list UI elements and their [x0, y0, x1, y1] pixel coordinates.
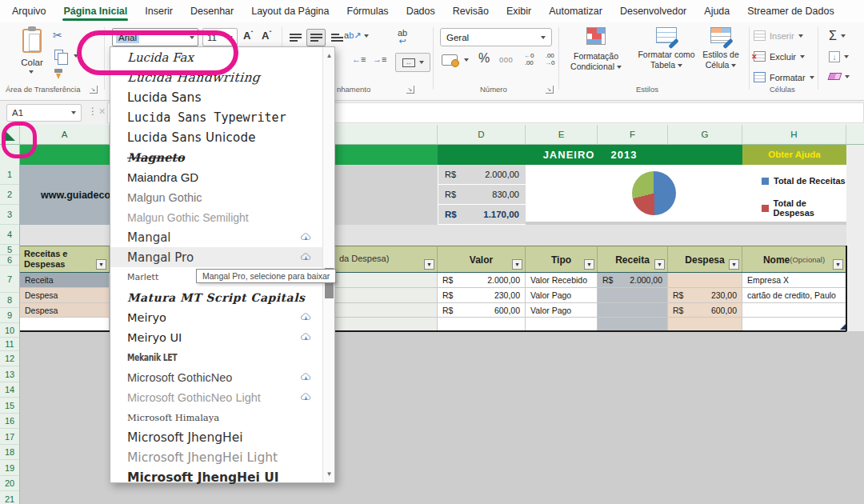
filter-button[interactable]: ▼ — [512, 259, 522, 270]
cell-nome-r11[interactable] — [742, 318, 846, 331]
cell-tipo-r8[interactable]: Valor Recebido — [526, 273, 598, 288]
format-cells-button[interactable]: Formatar — [754, 72, 814, 82]
tab-streamer-de-dados[interactable]: Streamer de Dados — [740, 2, 841, 21]
number-format-chevron-icon[interactable] — [541, 36, 546, 39]
row-header[interactable]: 6 — [0, 255, 19, 266]
cell-categoria-r9[interactable]: Despesa — [20, 288, 110, 303]
tab-desenvolvedor[interactable]: Desenvolvedor — [613, 2, 694, 21]
row-header[interactable]: 9 — [0, 308, 19, 323]
clipboard-dialog-launcher-icon[interactable]: ↘ — [90, 86, 98, 94]
cell-despesa-r9[interactable]: R$230,00 — [668, 288, 742, 303]
tab-dados[interactable]: Dados — [399, 2, 442, 21]
tab-revisao[interactable]: Revisão — [446, 2, 496, 21]
dropdown-scrollbar[interactable]: ▲ ▼ — [322, 47, 334, 482]
table-header-receita[interactable]: Receita ▼ — [598, 246, 668, 273]
column-header-d[interactable]: D — [438, 125, 526, 145]
font-option[interactable]: Lucida Sans Typewriter — [110, 107, 323, 127]
decrease-font-size-icon[interactable]: Aˇ — [262, 30, 271, 42]
table-header-categoria[interactable]: Receitas e Despesas ▼ — [20, 246, 110, 273]
tab-automatizar[interactable]: Automatizar — [542, 2, 610, 21]
table-header-despesa[interactable]: Despesa ▼ — [668, 246, 742, 273]
cell-tipo-r11[interactable] — [526, 318, 598, 331]
cell-receita-r10[interactable] — [598, 303, 668, 318]
row-header[interactable]: 12 — [0, 351, 19, 366]
row-header[interactable]: 10 — [0, 323, 19, 338]
alignment-dialog-launcher-icon[interactable]: ↘ — [406, 86, 414, 94]
name-box-chevron-icon[interactable] — [71, 111, 76, 114]
font-size-chevron-icon[interactable] — [228, 36, 233, 39]
accounting-format-icon[interactable] — [442, 54, 458, 66]
font-option[interactable]: Lucida Fax — [110, 47, 323, 67]
percent-style-button[interactable]: % — [478, 51, 490, 66]
copy-icon[interactable] — [54, 50, 63, 60]
row-header[interactable]: 5 — [0, 245, 19, 255]
name-box[interactable]: A1 — [6, 104, 82, 122]
copy-chevron-icon[interactable] — [74, 54, 78, 58]
insert-cells-button[interactable]: Inserir — [754, 30, 803, 41]
pie-chart-object[interactable]: Total de Receitas Total de Despesas — [526, 165, 846, 222]
conditional-formatting-button[interactable]: FormataçãoCondicional — [562, 27, 630, 72]
tab-inserir[interactable]: Inserir — [138, 2, 180, 21]
cell-valor-r10[interactable]: R$600,00 — [438, 303, 526, 318]
row-header[interactable]: 14 — [0, 382, 19, 398]
formula-bar-dots-icon[interactable]: ⋮ — [88, 106, 98, 117]
row-header[interactable]: 3 — [0, 205, 19, 225]
scroll-down-icon[interactable]: ▼ — [323, 470, 335, 478]
saldo-cell[interactable]: R$1.170,00 — [438, 205, 526, 225]
font-size-combobox[interactable]: 11 — [202, 28, 238, 46]
filter-button[interactable]: ▼ — [96, 259, 106, 270]
wrap-text-button[interactable]: ab↩ — [398, 29, 407, 45]
cell-tipo-r10[interactable]: Valor Pago — [526, 303, 598, 318]
filter-button[interactable]: ▼ — [729, 259, 739, 270]
font-option[interactable]: Microsoft JhengHei Light — [110, 447, 323, 467]
font-option[interactable]: Malgun Gothic — [110, 187, 323, 207]
cell-valor-r11[interactable] — [438, 318, 526, 331]
paste-chevron-icon[interactable] — [29, 70, 34, 74]
row-header[interactable]: 19 — [0, 460, 19, 476]
font-option[interactable]: Mangal — [110, 227, 323, 247]
row-header[interactable]: 16 — [0, 414, 19, 429]
column-header-f[interactable]: F — [598, 125, 668, 145]
font-option[interactable]: Lucida Handwriting — [110, 67, 323, 87]
number-dialog-launcher-icon[interactable]: ↘ — [546, 86, 554, 94]
comma-style-button[interactable]: 000 — [499, 55, 513, 64]
decrease-decimal-button[interactable]: .00→0 — [545, 52, 554, 66]
row-header[interactable]: 20 — [0, 476, 19, 491]
table-header-nome[interactable]: Nome (Opcional) ▼ — [742, 246, 846, 273]
table-header-tipo[interactable]: Tipo ▼ — [526, 246, 598, 273]
font-option[interactable]: Microsoft JhengHei UI — [110, 467, 323, 487]
font-name-combobox[interactable]: Arial — [112, 28, 198, 46]
font-name-chevron-icon[interactable] — [190, 36, 194, 39]
font-option[interactable]: Matura MT Script Capitals — [110, 287, 323, 307]
row-header[interactable]: 17 — [0, 429, 19, 445]
help-cell[interactable]: Obter Ajuda — [742, 145, 846, 165]
cell-categoria-r11[interactable] — [20, 318, 110, 331]
filter-button[interactable]: ▼ — [833, 259, 843, 270]
row-header[interactable]: 8 — [0, 293, 19, 308]
font-option[interactable]: Magneto — [110, 147, 323, 167]
column-header-h[interactable]: H — [742, 125, 846, 145]
cell-despesa-r10[interactable]: R$600,00 — [668, 303, 742, 318]
font-option[interactable]: Lucida Sans Unicode — [110, 127, 323, 147]
font-option-hovered[interactable]: Mangal Pro — [110, 247, 323, 267]
font-option[interactable]: Microsoft Himalaya — [110, 407, 323, 427]
accounting-chevron-icon[interactable] — [464, 58, 469, 62]
align-top-button[interactable] — [286, 29, 305, 46]
font-option[interactable]: Meiryo — [110, 307, 323, 327]
scroll-up-icon[interactable]: ▲ — [323, 52, 335, 59]
cell-receita-r11[interactable] — [598, 318, 668, 331]
tab-desenhar[interactable]: Desenhar — [183, 2, 241, 21]
row-header[interactable]: 18 — [0, 445, 19, 460]
tab-arquivo[interactable]: Arquivo — [5, 2, 53, 21]
select-all-corner[interactable] — [0, 125, 20, 145]
row-header[interactable]: 7 — [0, 266, 19, 293]
decrease-indent-button[interactable]: ←≡ — [352, 54, 366, 64]
tab-exibir[interactable]: Exibir — [499, 2, 538, 21]
font-option[interactable]: Lucida Sans — [110, 87, 323, 107]
font-option[interactable]: Microsoft GothicNeo Light — [110, 387, 323, 407]
banner-title-cell[interactable]: JANEIRO 2013 — [438, 145, 742, 165]
increase-decimal-button[interactable]: ←0.00 — [524, 52, 534, 66]
cell-categoria-r8[interactable]: Receita — [20, 273, 110, 288]
column-header-g[interactable]: G — [668, 125, 742, 145]
total-receitas-cell[interactable]: R$2.000,00 — [438, 165, 526, 185]
